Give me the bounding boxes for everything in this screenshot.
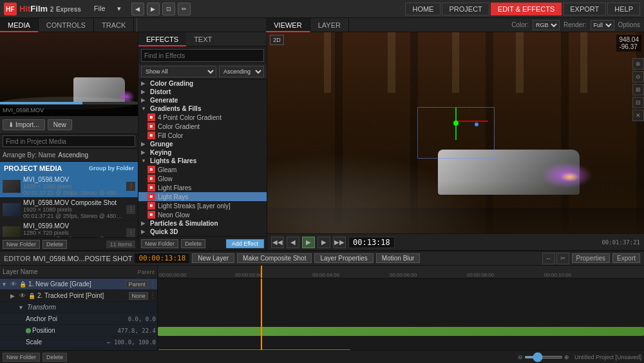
- nav-edit-effects[interactable]: EDIT & EFFECTS: [491, 3, 562, 15]
- track-badge-0[interactable]: Parent: [126, 280, 148, 288]
- zoom-slider[interactable]: [524, 356, 563, 358]
- file-action-btn-1[interactable]: ⋮: [126, 205, 135, 214]
- toolbar-forward[interactable]: ▶: [147, 3, 160, 15]
- tab-track[interactable]: TRACK: [94, 18, 134, 32]
- effect-light-streaks[interactable]: ■ Light Streaks [Layer only]: [138, 201, 267, 210]
- motion-blur-btn[interactable]: Motion Blur: [376, 253, 421, 263]
- expand-0[interactable]: ▼: [1, 281, 9, 288]
- export-side-btn[interactable]: Export: [612, 253, 640, 263]
- delete-effect-btn[interactable]: Delete: [181, 239, 205, 248]
- new-layer-btn[interactable]: New Layer: [192, 253, 234, 263]
- tab-media[interactable]: MEDIA: [0, 18, 39, 32]
- media-search-input[interactable]: [3, 135, 135, 147]
- track-row-anchor[interactable]: Anchor Poi 0.0, 0.0: [0, 313, 157, 325]
- track-row-1[interactable]: ▶ 👁 🔒 2. Tracked Point [Point] None ⋮: [0, 290, 157, 302]
- viewer-side-btn-2[interactable]: ⊖: [632, 71, 644, 83]
- viewer-side-btn-5[interactable]: ✕: [632, 110, 644, 121]
- effects-search-input[interactable]: [141, 49, 264, 62]
- tab-viewer[interactable]: VIEWER: [266, 18, 310, 32]
- tl-delete-btn[interactable]: Delete: [43, 353, 67, 362]
- import-btn[interactable]: ⬇ Import...: [3, 119, 45, 130]
- track-dots-1[interactable]: ⋮: [149, 292, 156, 299]
- effect-light-flares[interactable]: ■ Light Flares: [138, 183, 267, 192]
- new-media-btn[interactable]: New: [48, 119, 72, 130]
- viewer-side-btn-4[interactable]: ⊟: [632, 97, 644, 108]
- category-grunge[interactable]: ▶ Grunge: [138, 140, 267, 148]
- nav-project[interactable]: PROJECT: [442, 3, 489, 15]
- effects-tab-text[interactable]: TEXT: [186, 32, 220, 46]
- category-particles[interactable]: ▶ Particles & Simulation: [138, 219, 267, 228]
- effect-neon-glow[interactable]: ■ Neon Glow: [138, 210, 267, 219]
- tab-controls[interactable]: CONTROLS: [39, 18, 94, 32]
- viewer-side-btn-1[interactable]: ⊕: [632, 58, 644, 70]
- effect-fill-color[interactable]: ■ Fill Color: [138, 131, 267, 140]
- viewer-side-btn-3[interactable]: ⊞: [632, 84, 644, 95]
- effects-sort-select[interactable]: Ascending: [219, 66, 264, 77]
- effect-color-gradient[interactable]: ■ Color Gradient: [138, 122, 267, 131]
- eye-1[interactable]: 👁: [19, 292, 27, 299]
- color-select[interactable]: RGB: [533, 20, 560, 30]
- category-distort[interactable]: ▶ Distort: [138, 88, 267, 96]
- effect-4point[interactable]: ■ 4 Point Color Gradient: [138, 113, 267, 122]
- effect-glow[interactable]: ■ Glow: [138, 174, 267, 183]
- file-item-1[interactable]: MVI_0598.MOV Composite Shot 1920 × 1080 …: [0, 198, 138, 221]
- toolbar-edit[interactable]: ✏: [178, 3, 191, 15]
- effect-light-rays[interactable]: ■ Light Rays: [138, 192, 267, 201]
- new-folder-btn[interactable]: New Folder: [3, 240, 40, 249]
- tl-tool-2[interactable]: ✂: [556, 253, 569, 264]
- menu-arrow[interactable]: ▾: [112, 3, 126, 15]
- sort-label[interactable]: Ascending: [58, 152, 88, 159]
- track-dots-0[interactable]: ⋮: [149, 280, 156, 288]
- track-badge-1[interactable]: None: [129, 292, 148, 300]
- zoom-out-icon[interactable]: ⊖: [518, 354, 523, 360]
- apply-effect-btn[interactable]: Add Effect: [226, 239, 264, 248]
- vt-step-back-btn[interactable]: ◀: [287, 237, 299, 248]
- file-action-btn-2[interactable]: ⋮: [126, 228, 135, 237]
- track-row-scale[interactable]: Scale ← 100.0, 100.0: [0, 337, 157, 348]
- eye-0[interactable]: 👁: [10, 280, 18, 288]
- lock-0[interactable]: 🔒: [19, 281, 27, 288]
- file-menu[interactable]: File: [89, 3, 111, 15]
- properties-side-btn[interactable]: Properties: [572, 253, 611, 263]
- group-by-folder-btn[interactable]: Group by Folder: [89, 165, 134, 172]
- layer-properties-btn[interactable]: Layer Properties: [314, 253, 373, 263]
- render-select[interactable]: Full: [591, 20, 614, 30]
- tl-clip-grade[interactable]: [158, 349, 351, 350]
- vt-prev-btn[interactable]: ◀◀: [271, 237, 284, 248]
- vt-play-btn[interactable]: ▶: [302, 237, 315, 248]
- toolbar-save[interactable]: ⊡: [162, 3, 175, 15]
- track-row-0[interactable]: ▼ 👁 🔒 1. New Grade [Grade] Parent ⋮: [0, 279, 157, 290]
- effects-tab-effects[interactable]: EFFECTS: [138, 32, 186, 46]
- lock-1[interactable]: 🔒: [28, 293, 36, 299]
- file-action-btn-0[interactable]: ⋮: [126, 182, 135, 191]
- category-lights-flares[interactable]: ▼ Lights & Flares: [138, 157, 267, 165]
- file-item-2[interactable]: MVI_0599.MOV 1280 × 720 pixels 00:00:06:…: [0, 221, 138, 237]
- track-row-position[interactable]: Position 477.8, 22.4: [0, 325, 157, 337]
- tab-layer[interactable]: LAYER: [310, 18, 349, 32]
- composite-shot-btn[interactable]: Make Composite Shot: [237, 253, 312, 263]
- new-effects-folder-btn[interactable]: New Folder: [141, 239, 178, 248]
- tl-new-folder-btn[interactable]: New Folder: [3, 353, 40, 362]
- category-quick3d[interactable]: ▶ Quick 3D: [138, 228, 267, 236]
- nav-home[interactable]: HOME: [405, 3, 440, 15]
- viewer-2d-button[interactable]: 2D: [270, 35, 284, 45]
- effects-filter-select[interactable]: Show All: [141, 66, 216, 77]
- delete-media-btn[interactable]: Delete: [43, 240, 67, 249]
- vt-next-btn[interactable]: ▶▶: [333, 237, 346, 248]
- vt-step-fwd-btn[interactable]: ▶: [317, 237, 330, 248]
- zoom-in-icon[interactable]: ⊕: [564, 354, 569, 360]
- expand-transform[interactable]: ▼: [18, 304, 26, 311]
- file-item-0[interactable]: MVI_0598.MOV 1920 × 1080 pixels 00:01:37…: [0, 175, 138, 198]
- arrange-row: Arrange By: Name Ascending: [0, 149, 138, 162]
- options-btn[interactable]: Options: [618, 21, 640, 28]
- toolbar-back[interactable]: ◀: [131, 3, 144, 15]
- expand-1[interactable]: ▶: [10, 293, 18, 299]
- nav-help[interactable]: HELP: [607, 3, 640, 15]
- tl-tool-1[interactable]: ↔: [542, 253, 555, 264]
- category-keying[interactable]: ▶ Keying: [138, 148, 267, 157]
- nav-export[interactable]: EXPORT: [563, 3, 606, 15]
- effect-gleam[interactable]: ■ Gleam: [138, 165, 267, 174]
- category-color-grading[interactable]: ▶ Color Grading: [138, 79, 267, 88]
- category-generate[interactable]: ▶ Generate: [138, 96, 267, 104]
- category-gradients[interactable]: ▼ Gradients & Fills: [138, 104, 267, 113]
